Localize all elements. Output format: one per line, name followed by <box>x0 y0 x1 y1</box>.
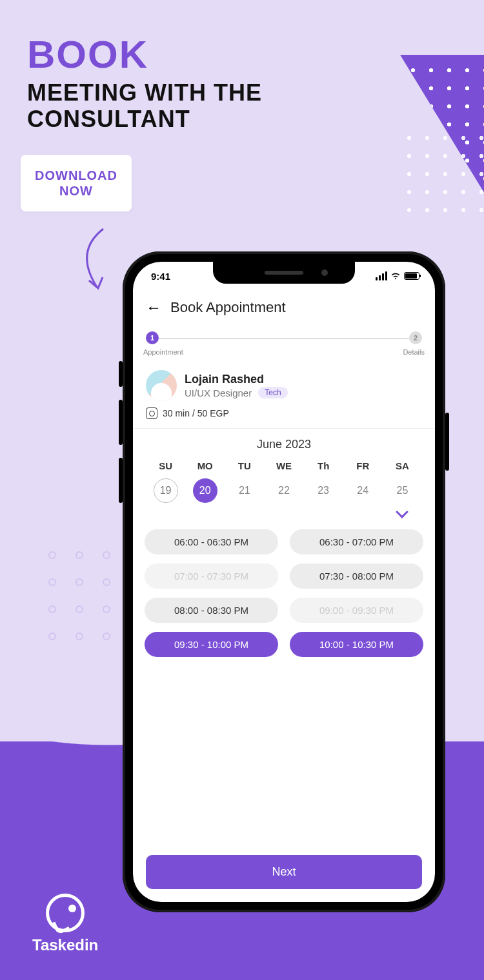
date-cell[interactable]: 22 <box>264 476 303 505</box>
headline-top: BOOK <box>27 32 262 77</box>
battery-icon <box>404 272 419 280</box>
download-line2: NOW <box>35 183 117 199</box>
arrow-icon <box>68 226 119 297</box>
time-slot[interactable]: 06:30 - 07:00 PM <box>290 529 423 554</box>
day-label: FR <box>343 460 383 471</box>
page-title: Book Appointment <box>170 299 286 316</box>
status-time: 9:41 <box>151 271 170 282</box>
date-cell[interactable]: 24 <box>343 476 383 505</box>
avatar <box>146 370 177 401</box>
day-label: SA <box>383 460 422 471</box>
consultant-tag: Tech <box>258 387 287 398</box>
day-label: MO <box>185 460 225 471</box>
day-label: TU <box>225 460 264 471</box>
step-2-label: Details <box>403 348 425 356</box>
stepper: 1 2 <box>133 322 435 347</box>
brand-name: Taskedin <box>32 936 98 954</box>
step-2-dot[interactable]: 2 <box>409 331 422 344</box>
phone-frame: 9:41 ← Book Appointment 1 2 Appointment … <box>123 251 445 912</box>
headline-line1: MEETING WITH THE <box>27 79 262 106</box>
decor-dots <box>400 129 484 219</box>
day-label: WE <box>264 460 303 471</box>
consultant-price: 30 min / 50 EGP <box>163 408 229 418</box>
back-arrow-icon[interactable]: ← <box>146 300 161 315</box>
speaker-icon <box>265 271 303 275</box>
date-cell[interactable]: 25 <box>383 476 422 505</box>
step-labels: Appointment Details <box>133 347 435 364</box>
time-slot[interactable]: 07:30 - 08:00 PM <box>290 564 423 589</box>
app-header: ← Book Appointment <box>133 290 435 322</box>
day-label: SU <box>146 460 185 471</box>
step-1-dot[interactable]: 1 <box>146 331 159 344</box>
brand-logo-icon <box>46 894 85 932</box>
date-cell[interactable]: 23 <box>304 476 343 505</box>
promo-headline: BOOK MEETING WITH THE CONSULTANT <box>27 32 262 133</box>
next-button[interactable]: Next <box>146 855 422 889</box>
camera-icon <box>321 270 328 276</box>
step-line <box>159 338 409 338</box>
download-now-button[interactable]: DOWNLOAD NOW <box>21 155 132 211</box>
consultant-name: Lojain Rashed <box>185 373 288 386</box>
date-cell[interactable]: 21 <box>225 476 264 505</box>
time-slot[interactable]: 08:00 - 08:30 PM <box>145 598 278 623</box>
phone-notch <box>213 262 355 284</box>
calendar-month: June 2023 <box>146 438 422 451</box>
phone-screen: 9:41 ← Book Appointment 1 2 Appointment … <box>133 262 435 902</box>
brand-block: Taskedin <box>32 894 98 954</box>
calendar: June 2023 SUMOTUWEThFRSA 19202122232425 <box>133 429 435 525</box>
time-slot[interactable]: 10:00 - 10:30 PM <box>290 632 423 657</box>
time-slot[interactable]: 09:30 - 10:00 PM <box>145 632 278 657</box>
headline-line2: CONSULTANT <box>27 106 262 132</box>
day-label: Th <box>304 460 343 471</box>
phone-side-button <box>119 400 123 445</box>
consultant-card: Lojain Rashed UI/UX Designer Tech 30 min… <box>133 364 435 429</box>
consultant-role: UI/UX Designer <box>185 387 252 398</box>
step-1-label: Appointment <box>143 348 183 356</box>
phone-side-button <box>445 413 449 471</box>
chevron-down-icon[interactable] <box>396 505 408 518</box>
date-cell[interactable]: 19 <box>146 476 185 505</box>
time-slot[interactable]: 06:00 - 06:30 PM <box>145 529 278 554</box>
date-cell[interactable]: 20 <box>185 476 225 505</box>
duration-icon <box>146 407 157 419</box>
wifi-icon <box>390 271 401 281</box>
time-slot-grid: 06:00 - 06:30 PM06:30 - 07:00 PM07:00 - … <box>133 525 435 661</box>
signal-icon <box>376 271 387 280</box>
phone-side-button <box>119 458 123 503</box>
time-slot: 07:00 - 07:30 PM <box>145 564 278 589</box>
download-line1: DOWNLOAD <box>35 168 117 183</box>
time-slot: 09:00 - 09:30 PM <box>290 598 423 623</box>
phone-side-button <box>119 361 123 387</box>
